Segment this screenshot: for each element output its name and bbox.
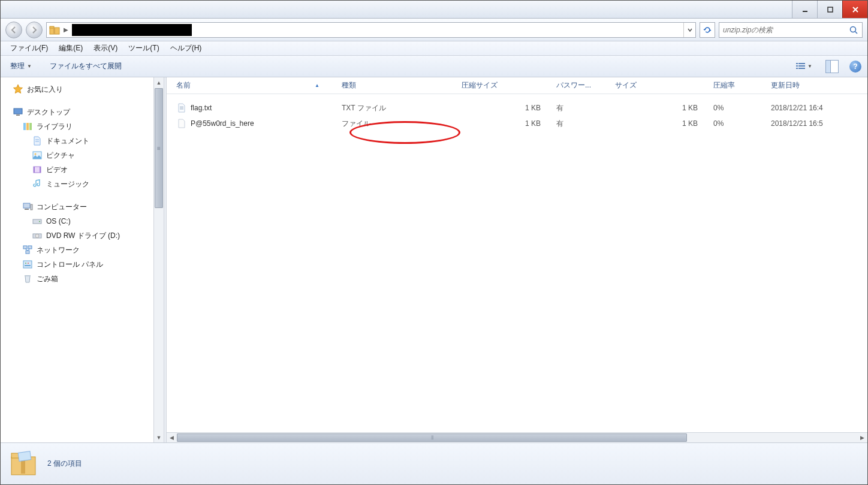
extract-all-button[interactable]: ファイルをすべて展開 bbox=[46, 59, 125, 74]
horizontal-scrollbar[interactable]: ◀ ▶ bbox=[167, 432, 867, 442]
sidebar-item-network[interactable]: ネットワーク bbox=[1, 243, 164, 257]
column-modified[interactable]: 更新日時 bbox=[766, 80, 867, 91]
column-password[interactable]: パスワー... bbox=[551, 80, 610, 91]
text-file-icon bbox=[176, 103, 187, 113]
minimize-button[interactable] bbox=[792, 1, 817, 18]
menu-help[interactable]: ヘルプ(H) bbox=[165, 41, 207, 55]
svg-rect-26 bbox=[31, 204, 32, 210]
preview-pane-button[interactable] bbox=[825, 60, 839, 73]
svg-rect-13 bbox=[14, 109, 22, 114]
svg-rect-17 bbox=[29, 123, 32, 130]
sidebar-item-dvd-d[interactable]: DVD RW ドライブ (D:) bbox=[1, 228, 164, 243]
back-button[interactable] bbox=[5, 22, 22, 38]
forward-arrow-icon bbox=[30, 26, 38, 34]
sidebar-label: ごみ箱 bbox=[37, 274, 58, 284]
scroll-up-icon[interactable]: ▲ bbox=[154, 77, 164, 88]
network-icon bbox=[22, 245, 33, 255]
file-ratio: 0% bbox=[709, 119, 766, 128]
search-box[interactable] bbox=[719, 22, 863, 38]
sidebar-label: ドキュメント bbox=[46, 136, 89, 146]
file-date: 2018/12/21 16:5 bbox=[766, 119, 867, 128]
back-arrow-icon bbox=[10, 26, 18, 34]
sort-ascending-icon: ▲ bbox=[315, 83, 320, 88]
file-ratio: 0% bbox=[709, 104, 766, 112]
column-type[interactable]: 種類 bbox=[337, 80, 457, 91]
svg-rect-33 bbox=[28, 246, 32, 249]
help-button[interactable]: ? bbox=[849, 61, 861, 73]
file-row[interactable]: flag.txt TXT ファイル 1 KB 有 1 KB 0% 2018/12… bbox=[171, 100, 867, 116]
computer-icon bbox=[22, 201, 33, 212]
file-pw: 有 bbox=[551, 103, 610, 113]
svg-rect-16 bbox=[26, 123, 29, 130]
scrollbar-thumb[interactable] bbox=[177, 433, 687, 442]
status-text: 2 個の項目 bbox=[47, 459, 82, 469]
scrollbar-track[interactable] bbox=[177, 433, 857, 442]
forward-button[interactable] bbox=[26, 22, 43, 38]
sidebar-item-documents[interactable]: ドキュメント bbox=[1, 134, 164, 148]
svg-point-5 bbox=[851, 26, 856, 32]
sidebar-item-favorites[interactable]: お気に入り bbox=[1, 82, 164, 97]
refresh-icon bbox=[703, 25, 712, 35]
sidebar-item-pictures[interactable]: ピクチャ bbox=[1, 148, 164, 162]
svg-line-6 bbox=[855, 31, 858, 34]
scroll-down-icon[interactable]: ▼ bbox=[154, 432, 164, 442]
scroll-left-icon[interactable]: ◀ bbox=[167, 433, 177, 442]
svg-rect-10 bbox=[798, 65, 805, 67]
svg-rect-8 bbox=[798, 63, 805, 64]
maximize-icon bbox=[826, 5, 834, 14]
close-button[interactable] bbox=[842, 1, 867, 18]
scroll-right-icon[interactable]: ▶ bbox=[857, 433, 867, 442]
sidebar-scrollbar[interactable]: ▲ ▼ bbox=[153, 77, 164, 442]
sidebar-item-computer[interactable]: コンピューター bbox=[1, 200, 164, 214]
address-bar[interactable]: ▶ bbox=[46, 22, 696, 38]
chevron-down-icon bbox=[687, 27, 693, 33]
sidebar-item-videos[interactable]: ビデオ bbox=[1, 162, 164, 177]
refresh-button[interactable] bbox=[700, 22, 715, 38]
sidebar-label: コントロール パネル bbox=[37, 260, 103, 270]
sidebar-item-os-c[interactable]: OS (C:) bbox=[1, 214, 164, 228]
extract-all-label: ファイルをすべて展開 bbox=[50, 61, 122, 71]
dropdown-triangle-icon: ▼ bbox=[807, 64, 812, 69]
scrollbar-thumb[interactable] bbox=[155, 88, 163, 208]
sidebar-item-recycle-bin[interactable]: ごみ箱 bbox=[1, 272, 164, 286]
address-dropdown-button[interactable] bbox=[683, 23, 695, 37]
sidebar-label: コンピューター bbox=[37, 202, 87, 212]
column-size[interactable]: サイズ bbox=[610, 80, 709, 91]
organize-button[interactable]: 整理 ▼ bbox=[7, 59, 35, 74]
sidebar-item-music[interactable]: ミュージック bbox=[1, 177, 164, 191]
star-icon bbox=[13, 84, 23, 95]
sidebar-item-libraries[interactable]: ライブラリ bbox=[1, 119, 164, 134]
column-ratio[interactable]: 圧縮率 bbox=[709, 80, 766, 91]
file-row[interactable]: P@55w0rd_is_here ファイル 1 KB 有 1 KB 0% 201… bbox=[171, 116, 867, 131]
dropdown-triangle-icon: ▼ bbox=[27, 64, 32, 69]
search-input[interactable] bbox=[723, 26, 849, 34]
view-mode-button[interactable]: ▼ bbox=[793, 59, 815, 74]
file-name: P@55w0rd_is_here bbox=[191, 119, 254, 128]
sidebar-item-desktop[interactable]: デスクトップ bbox=[1, 105, 164, 119]
minimize-icon bbox=[801, 5, 809, 14]
column-name[interactable]: 名前 ▲ bbox=[171, 80, 337, 91]
svg-rect-37 bbox=[23, 261, 32, 268]
help-icon: ? bbox=[853, 62, 857, 71]
svg-rect-4 bbox=[53, 28, 55, 34]
menu-file[interactable]: ファイル(F) bbox=[5, 41, 53, 55]
main-area: お気に入り デスクトップ ライブラリ ドキュメント ピクチャ bbox=[1, 77, 867, 442]
menu-edit[interactable]: 編集(E) bbox=[54, 41, 88, 55]
menu-view[interactable]: 表示(V) bbox=[89, 41, 122, 55]
svg-rect-14 bbox=[16, 115, 20, 116]
sidebar[interactable]: お気に入り デスクトップ ライブラリ ドキュメント ピクチャ bbox=[1, 77, 164, 442]
svg-rect-3 bbox=[50, 26, 54, 28]
sidebar-label: ピクチャ bbox=[46, 150, 75, 161]
svg-rect-27 bbox=[25, 209, 29, 210]
menu-tools[interactable]: ツール(T) bbox=[123, 41, 164, 55]
svg-rect-9 bbox=[796, 65, 798, 67]
toolbar: 整理 ▼ ファイルをすべて展開 ▼ ? bbox=[1, 56, 867, 77]
maximize-button[interactable] bbox=[817, 1, 842, 18]
generic-file-icon bbox=[176, 118, 187, 129]
file-size: 1 KB bbox=[610, 104, 709, 112]
column-compressed-size[interactable]: 圧縮サイズ bbox=[457, 80, 551, 91]
sidebar-label: DVD RW ドライブ (D:) bbox=[46, 231, 120, 241]
sidebar-item-control-panel[interactable]: コントロール パネル bbox=[1, 257, 164, 272]
svg-rect-15 bbox=[23, 123, 26, 130]
sidebar-label: OS (C:) bbox=[46, 217, 71, 225]
